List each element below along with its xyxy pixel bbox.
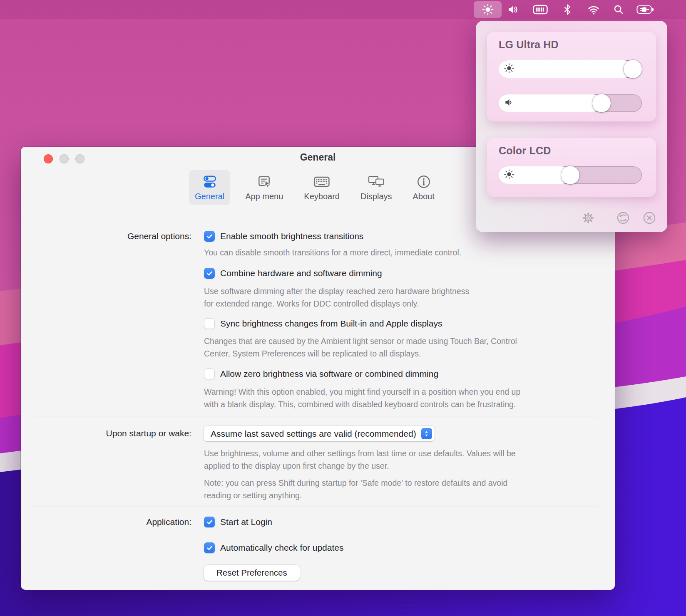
toggles-icon xyxy=(202,173,217,190)
tab-keyboard[interactable]: Keyboard xyxy=(298,170,345,205)
checkbox-zero-brightness[interactable] xyxy=(204,369,215,379)
startup-selected-value: Assume last saved settings are valid (re… xyxy=(211,429,416,439)
displays-icon xyxy=(368,173,385,190)
slider-knob[interactable] xyxy=(592,94,611,112)
slider-knob[interactable] xyxy=(624,60,642,78)
battery-charging-icon xyxy=(636,5,654,15)
section-divider xyxy=(32,416,599,416)
checkbox-combine-dimming[interactable] xyxy=(204,268,215,279)
slider-fill xyxy=(499,60,633,78)
volume-slider[interactable] xyxy=(499,94,642,112)
option-row: Automatically check for updates xyxy=(204,542,343,553)
info-icon xyxy=(416,173,431,190)
option-label: Automatically check for updates xyxy=(220,543,343,553)
option-row: Allow zero brightness via software or co… xyxy=(204,369,438,379)
checkbox-smooth-transitions[interactable] xyxy=(204,231,215,242)
bluetooth-icon xyxy=(562,4,573,15)
volume-icon xyxy=(504,97,514,109)
wifi-icon xyxy=(587,4,600,15)
option-description: You can disable smooth transitions for a… xyxy=(204,246,591,259)
menubar-wifi-item[interactable] xyxy=(584,0,603,19)
tab-app-menu[interactable]: App menu xyxy=(239,170,289,205)
keyboard-icon xyxy=(313,173,330,190)
slider-knob[interactable] xyxy=(561,166,579,184)
tab-label: General xyxy=(195,192,224,201)
app-menu-icon xyxy=(257,173,272,190)
startup-behavior-select[interactable]: Assume last saved settings are valid (re… xyxy=(204,426,435,441)
settings-gear-icon[interactable] xyxy=(581,210,596,225)
option-label: Enable smooth brightness transitions xyxy=(220,231,363,241)
tab-displays[interactable]: Displays xyxy=(355,170,398,205)
display-card-lcd: Color LCD xyxy=(487,138,656,197)
option-label: Combine hardware and software dimming xyxy=(220,268,382,278)
startup-description: Use brightness, volume and other setting… xyxy=(204,447,591,472)
option-row: Start at Login xyxy=(204,517,272,527)
menubar-brightness-item[interactable] xyxy=(474,1,502,18)
checkbox-sync-brightness[interactable] xyxy=(204,318,215,329)
brightness-slider[interactable] xyxy=(499,60,642,78)
option-description: Changes that are caused by the Ambient l… xyxy=(204,335,591,360)
search-icon xyxy=(613,4,624,15)
startup-note: Note: you can press Shift during startup… xyxy=(204,477,591,502)
display-card-lg: LG Ultra HD xyxy=(487,32,656,121)
section-divider xyxy=(32,507,599,507)
tab-general[interactable]: General xyxy=(189,170,230,205)
menubar-bluetooth-item[interactable] xyxy=(558,0,577,19)
tab-label: Keyboard xyxy=(304,192,340,201)
tab-label: App menu xyxy=(245,192,283,201)
startup-label: Upon startup or wake: xyxy=(21,428,191,439)
display-name: Color LCD xyxy=(499,145,551,157)
refresh-icon[interactable] xyxy=(616,210,631,225)
menu-bar xyxy=(0,0,686,19)
display-control-popover: LG Ultra HD Color LCD xyxy=(476,21,667,232)
close-icon[interactable] xyxy=(642,210,657,225)
menubar-volume-item[interactable] xyxy=(503,0,522,19)
option-row: Enable smooth brightness transitions xyxy=(204,231,363,242)
option-row: Combine hardware and software dimming xyxy=(204,268,382,279)
brightness-slider[interactable] xyxy=(499,166,642,184)
checkbox-start-at-login[interactable] xyxy=(204,517,215,527)
tab-label: About xyxy=(413,192,435,201)
tab-about[interactable]: About xyxy=(407,170,440,205)
checkbox-auto-updates[interactable] xyxy=(204,542,215,553)
application-label: Application: xyxy=(21,517,191,527)
option-label: Allow zero brightness via software or co… xyxy=(220,369,438,379)
menubar-search-item[interactable] xyxy=(609,0,628,19)
option-label: Sync brightness changes from Built-in an… xyxy=(220,319,442,329)
option-label: Start at Login xyxy=(220,517,272,527)
display-gauge-icon xyxy=(533,5,548,15)
preferences-toolbar: General App menu Keyboard Displays About xyxy=(189,170,440,205)
menubar-gauge-item[interactable] xyxy=(531,0,550,19)
tab-label: Displays xyxy=(360,192,392,201)
dropdown-stepper-icon xyxy=(421,428,432,439)
option-row: Sync brightness changes from Built-in an… xyxy=(204,318,442,329)
general-options-label: General options: xyxy=(21,231,191,242)
volume-icon xyxy=(507,4,519,15)
menubar-battery-item[interactable] xyxy=(634,0,656,19)
display-name: LG Ultra HD xyxy=(499,39,559,51)
brightness-icon xyxy=(482,4,494,15)
brightness-icon xyxy=(504,169,514,181)
option-description: Warning! With this option enabled, you m… xyxy=(204,386,591,411)
option-description: Use software dimming after the display r… xyxy=(204,285,591,310)
brightness-icon xyxy=(504,63,514,75)
reset-preferences-button[interactable]: Reset Preferences xyxy=(204,565,300,581)
